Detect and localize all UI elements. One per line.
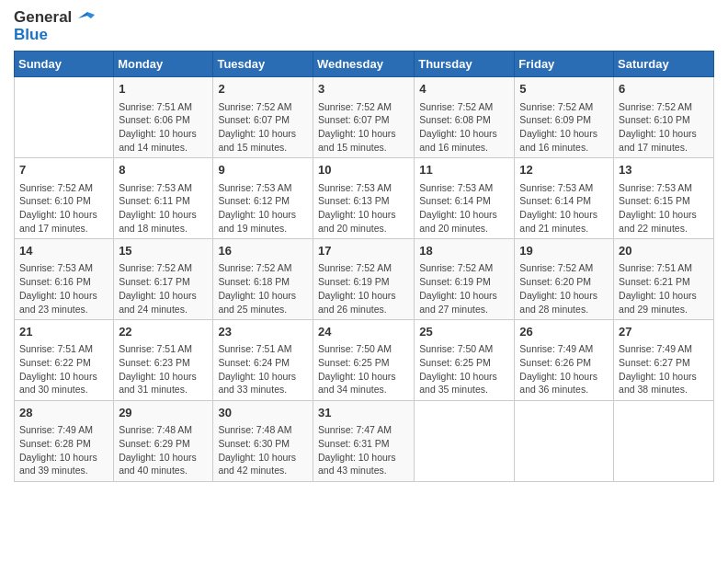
day-cell: 5Sunrise: 7:52 AMSunset: 6:09 PMDaylight… xyxy=(515,77,614,158)
day-number: 3 xyxy=(318,81,409,98)
day-number: 27 xyxy=(619,324,709,340)
column-header-tuesday: Tuesday xyxy=(213,52,313,77)
day-cell: 21Sunrise: 7:51 AMSunset: 6:22 PMDayligh… xyxy=(15,320,114,401)
day-number: 13 xyxy=(619,162,709,178)
day-cell: 15Sunrise: 7:52 AMSunset: 6:17 PMDayligh… xyxy=(114,239,213,320)
day-cell: 11Sunrise: 7:53 AMSunset: 6:14 PMDayligh… xyxy=(415,158,515,239)
day-info: Sunrise: 7:52 AMSunset: 6:09 PMDaylight:… xyxy=(519,100,609,155)
day-number: 4 xyxy=(419,81,509,98)
day-info: Sunrise: 7:53 AMSunset: 6:15 PMDaylight:… xyxy=(619,181,709,236)
day-cell: 25Sunrise: 7:50 AMSunset: 6:25 PMDayligh… xyxy=(415,320,515,401)
day-number: 19 xyxy=(519,243,609,259)
column-header-thursday: Thursday xyxy=(415,52,515,77)
day-cell: 4Sunrise: 7:52 AMSunset: 6:08 PMDaylight… xyxy=(415,77,515,158)
header-row: SundayMondayTuesdayWednesdayThursdayFrid… xyxy=(15,52,714,77)
day-info: Sunrise: 7:50 AMSunset: 6:25 PMDaylight:… xyxy=(419,342,509,396)
column-header-friday: Friday xyxy=(515,52,614,77)
day-cell: 14Sunrise: 7:53 AMSunset: 6:16 PMDayligh… xyxy=(15,239,114,320)
column-header-wednesday: Wednesday xyxy=(313,52,414,77)
day-info: Sunrise: 7:48 AMSunset: 6:29 PMDaylight:… xyxy=(119,423,208,477)
day-number: 25 xyxy=(419,324,509,340)
day-cell: 28Sunrise: 7:49 AMSunset: 6:28 PMDayligh… xyxy=(15,401,114,482)
day-cell: 31Sunrise: 7:47 AMSunset: 6:31 PMDayligh… xyxy=(313,401,414,482)
day-cell: 1Sunrise: 7:51 AMSunset: 6:06 PMDaylight… xyxy=(114,77,213,158)
day-number: 7 xyxy=(19,162,108,178)
day-info: Sunrise: 7:52 AMSunset: 6:07 PMDaylight:… xyxy=(218,100,308,155)
logo: General Blue xyxy=(14,9,95,43)
day-info: Sunrise: 7:53 AMSunset: 6:13 PMDaylight:… xyxy=(318,181,409,236)
logo-text: General Blue xyxy=(14,9,95,43)
day-cell: 6Sunrise: 7:52 AMSunset: 6:10 PMDaylight… xyxy=(614,77,714,158)
week-row-5: 28Sunrise: 7:49 AMSunset: 6:28 PMDayligh… xyxy=(15,401,714,482)
day-info: Sunrise: 7:49 AMSunset: 6:26 PMDaylight:… xyxy=(519,342,609,396)
day-cell: 24Sunrise: 7:50 AMSunset: 6:25 PMDayligh… xyxy=(313,320,414,401)
day-cell: 13Sunrise: 7:53 AMSunset: 6:15 PMDayligh… xyxy=(614,158,714,239)
day-info: Sunrise: 7:48 AMSunset: 6:30 PMDaylight:… xyxy=(218,423,308,477)
day-info: Sunrise: 7:52 AMSunset: 6:19 PMDaylight:… xyxy=(419,261,509,316)
calendar-table: SundayMondayTuesdayWednesdayThursdayFrid… xyxy=(14,51,714,482)
day-number: 21 xyxy=(19,324,108,340)
day-cell: 29Sunrise: 7:48 AMSunset: 6:29 PMDayligh… xyxy=(114,401,213,482)
day-info: Sunrise: 7:52 AMSunset: 6:20 PMDaylight:… xyxy=(519,261,609,316)
column-header-saturday: Saturday xyxy=(614,52,714,77)
day-info: Sunrise: 7:52 AMSunset: 6:07 PMDaylight:… xyxy=(318,100,409,155)
day-cell xyxy=(515,401,614,482)
day-cell xyxy=(614,401,714,482)
day-number: 2 xyxy=(218,81,308,98)
column-header-monday: Monday xyxy=(114,52,213,77)
week-row-1: 1Sunrise: 7:51 AMSunset: 6:06 PMDaylight… xyxy=(15,77,714,158)
day-cell: 18Sunrise: 7:52 AMSunset: 6:19 PMDayligh… xyxy=(415,239,515,320)
day-cell: 30Sunrise: 7:48 AMSunset: 6:30 PMDayligh… xyxy=(213,401,313,482)
day-cell: 23Sunrise: 7:51 AMSunset: 6:24 PMDayligh… xyxy=(213,320,313,401)
day-number: 20 xyxy=(619,243,709,259)
logo-bird-icon xyxy=(78,12,95,25)
day-info: Sunrise: 7:52 AMSunset: 6:19 PMDaylight:… xyxy=(318,261,409,316)
day-number: 24 xyxy=(318,324,409,340)
day-info: Sunrise: 7:52 AMSunset: 6:10 PMDaylight:… xyxy=(19,181,108,236)
day-cell: 17Sunrise: 7:52 AMSunset: 6:19 PMDayligh… xyxy=(313,239,414,320)
day-info: Sunrise: 7:51 AMSunset: 6:24 PMDaylight:… xyxy=(218,342,308,396)
week-row-3: 14Sunrise: 7:53 AMSunset: 6:16 PMDayligh… xyxy=(15,239,714,320)
day-cell: 12Sunrise: 7:53 AMSunset: 6:14 PMDayligh… xyxy=(515,158,614,239)
day-cell: 27Sunrise: 7:49 AMSunset: 6:27 PMDayligh… xyxy=(614,320,714,401)
day-info: Sunrise: 7:53 AMSunset: 6:12 PMDaylight:… xyxy=(218,181,308,236)
day-number: 8 xyxy=(119,162,208,178)
day-number: 29 xyxy=(119,405,208,421)
week-row-4: 21Sunrise: 7:51 AMSunset: 6:22 PMDayligh… xyxy=(15,320,714,401)
day-cell: 7Sunrise: 7:52 AMSunset: 6:10 PMDaylight… xyxy=(15,158,114,239)
day-info: Sunrise: 7:52 AMSunset: 6:18 PMDaylight:… xyxy=(218,261,308,316)
day-cell: 8Sunrise: 7:53 AMSunset: 6:11 PMDaylight… xyxy=(114,158,213,239)
day-number: 15 xyxy=(119,243,208,259)
day-number: 14 xyxy=(19,243,108,259)
day-number: 22 xyxy=(119,324,208,340)
day-cell: 3Sunrise: 7:52 AMSunset: 6:07 PMDaylight… xyxy=(313,77,414,158)
day-info: Sunrise: 7:51 AMSunset: 6:23 PMDaylight:… xyxy=(119,342,208,396)
day-number: 28 xyxy=(19,405,108,421)
week-row-2: 7Sunrise: 7:52 AMSunset: 6:10 PMDaylight… xyxy=(15,158,714,239)
day-info: Sunrise: 7:49 AMSunset: 6:28 PMDaylight:… xyxy=(19,423,108,477)
day-number: 18 xyxy=(419,243,509,259)
day-cell xyxy=(15,77,114,158)
day-number: 26 xyxy=(519,324,609,340)
day-info: Sunrise: 7:53 AMSunset: 6:14 PMDaylight:… xyxy=(519,181,609,236)
day-number: 16 xyxy=(218,243,308,259)
day-info: Sunrise: 7:53 AMSunset: 6:14 PMDaylight:… xyxy=(419,181,509,236)
day-number: 6 xyxy=(619,81,709,98)
day-number: 1 xyxy=(119,81,208,98)
header: General Blue xyxy=(14,9,714,43)
day-info: Sunrise: 7:53 AMSunset: 6:11 PMDaylight:… xyxy=(119,181,208,236)
day-cell: 26Sunrise: 7:49 AMSunset: 6:26 PMDayligh… xyxy=(515,320,614,401)
day-info: Sunrise: 7:52 AMSunset: 6:10 PMDaylight:… xyxy=(619,100,709,155)
day-cell: 22Sunrise: 7:51 AMSunset: 6:23 PMDayligh… xyxy=(114,320,213,401)
day-info: Sunrise: 7:47 AMSunset: 6:31 PMDaylight:… xyxy=(318,423,409,477)
day-number: 23 xyxy=(218,324,308,340)
day-cell: 16Sunrise: 7:52 AMSunset: 6:18 PMDayligh… xyxy=(213,239,313,320)
day-cell: 10Sunrise: 7:53 AMSunset: 6:13 PMDayligh… xyxy=(313,158,414,239)
day-number: 11 xyxy=(419,162,509,178)
day-info: Sunrise: 7:53 AMSunset: 6:16 PMDaylight:… xyxy=(19,261,108,316)
column-header-sunday: Sunday xyxy=(15,52,114,77)
day-info: Sunrise: 7:51 AMSunset: 6:21 PMDaylight:… xyxy=(619,261,709,316)
day-info: Sunrise: 7:50 AMSunset: 6:25 PMDaylight:… xyxy=(318,342,409,396)
day-number: 10 xyxy=(318,162,409,178)
day-info: Sunrise: 7:51 AMSunset: 6:06 PMDaylight:… xyxy=(119,100,208,155)
